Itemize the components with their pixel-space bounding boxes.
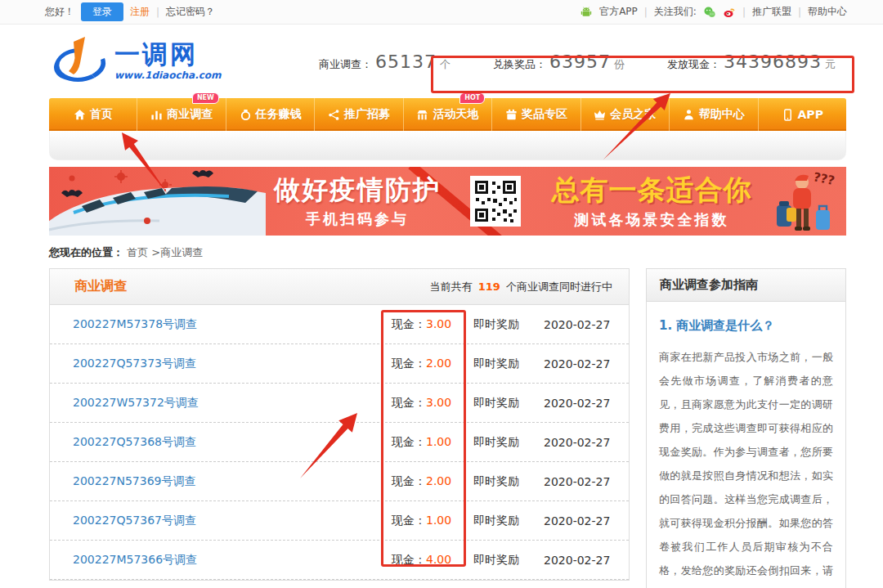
follow-us-label: 关注我们: [654, 5, 697, 19]
cash-label: 现金： [392, 553, 426, 566]
survey-list-panel: 商业调查 当前共有 119 个商业调查同时进行中 200227M57378号调查… [49, 268, 630, 581]
person-icon [683, 109, 695, 121]
survey-link[interactable]: 200227Q57373号调查 [73, 357, 392, 371]
nav-item-home[interactable]: 首页 [49, 98, 137, 131]
divider: | [644, 7, 648, 18]
logo-mark-icon [49, 35, 113, 88]
forgot-password-link[interactable]: 忘记密码？ [166, 5, 215, 19]
train-illustration [49, 167, 266, 236]
nav-item-business-survey[interactable]: NEW 商业调查 [137, 98, 225, 131]
nav-item-recruit[interactable]: 推广招募 [314, 98, 402, 131]
divider: | [156, 7, 159, 18]
wechat-icon[interactable] [703, 6, 716, 19]
stat-cash: 发放现金： 34396893 元 [667, 52, 836, 72]
cash-cell: 现金：3.00 [392, 396, 473, 411]
cash-label: 现金： [392, 474, 426, 487]
cash-cell: 现金：3.00 [392, 317, 473, 332]
reward-cell: 即时奖励 [473, 357, 544, 371]
hot-badge: HOT [459, 92, 485, 104]
banner-left-text: 做好疫情防护 手机扫码参与 [264, 173, 450, 229]
date-cell: 2020-02-27 [544, 397, 611, 410]
cash-value: 4.00 [426, 553, 451, 566]
table-row: 200227W57372号调查 现金：3.00 即时奖励 2020-02-27 [50, 384, 629, 423]
nav-item-label: 首页 [90, 107, 113, 122]
cash-value: 3.00 [426, 396, 451, 409]
logo-title: 一调网 [114, 42, 222, 67]
promo-banner[interactable]: 做好疫情防护 手机扫码参与 总有一条适合你 测试各场景安全指数 ??? [49, 167, 846, 236]
date-cell: 2020-02-27 [544, 475, 611, 488]
register-link[interactable]: 注册 [130, 5, 150, 19]
count-number: 119 [476, 281, 503, 293]
main-nav: 首页 NEW 商业调查 任务赚钱 推广招募 HOT 活动天地 奖品专区 会员之家… [49, 98, 846, 131]
stat-label: 发放现金： [667, 57, 720, 72]
logo-url: www.1diaocha.com [114, 70, 222, 81]
stat-value: 63957 [549, 52, 611, 72]
nav-item-prizes[interactable]: 奖品专区 [491, 98, 580, 131]
building-icon [416, 109, 428, 121]
survey-link[interactable]: 200227Q57367号调查 [73, 514, 392, 528]
weibo-icon[interactable] [723, 6, 736, 19]
site-stats: 商业调查： 65137 个 兑换奖品： 63957 份 发放现金： 343968… [319, 52, 836, 72]
table-row: 200227Q57373号调查 现金：2.00 即时奖励 2020-02-27 [50, 344, 629, 384]
guide-question-1[interactable]: 1. 商业调查是什么？ [659, 318, 833, 334]
cash-cell: 现金：1.00 [392, 514, 473, 528]
traveler-illustration: ??? [765, 168, 844, 235]
guide-panel-body: 1. 商业调查是什么？ 商家在把新产品投入市场之前，一般会先做市场调查，了解消费… [647, 302, 845, 588]
date-cell: 2020-02-27 [544, 318, 611, 331]
cash-label: 现金： [392, 514, 426, 527]
stat-label: 商业调查： [319, 57, 372, 72]
nav-item-label: 活动天地 [433, 107, 478, 122]
divider: | [742, 7, 746, 18]
banner-title-right: 总有一条适合你 [533, 172, 770, 209]
stat-surveys: 商业调查： 65137 个 [319, 52, 450, 72]
stat-unit: 个 [440, 57, 450, 72]
cash-label: 现金： [392, 317, 426, 330]
nav-item-members[interactable]: 会员之家 [580, 98, 669, 131]
survey-link[interactable]: 200227M57378号调查 [73, 317, 392, 332]
cash-value: 1.00 [426, 435, 451, 448]
android-icon [580, 6, 593, 19]
site-header: 一调网 www.1diaocha.com 商业调查： 65137 个 兑换奖品：… [0, 25, 883, 98]
survey-link[interactable]: 200227N57369号调查 [73, 474, 392, 489]
breadcrumb-home-link[interactable]: 首页 [127, 246, 148, 258]
nav-item-tasks[interactable]: 任务赚钱 [226, 98, 314, 131]
promo-alliance-link[interactable]: 推广联盟 [752, 5, 791, 19]
table-row: 200227Q57368号调查 现金：1.00 即时奖励 2020-02-27 [50, 423, 629, 462]
survey-link[interactable]: 200227Q57368号调查 [73, 435, 392, 450]
cash-label: 现金： [392, 357, 426, 370]
topbar-account-area: 您好！ 登录 注册 | 忘记密码？ [45, 2, 215, 21]
date-cell: 2020-02-27 [544, 554, 611, 567]
guide-panel: 商业调查参加指南 1. 商业调查是什么？ 商家在把新产品投入市场之前，一般会先做… [646, 268, 846, 588]
guide-paragraph-1: 商家在把新产品投入市场之前，一般会先做市场调查，了解消费者的意见，且商家愿意为此… [659, 345, 833, 588]
banner-subtitle-left: 手机扫码参与 [264, 209, 450, 229]
nav-item-label: APP [798, 108, 823, 121]
cash-cell: 现金：4.00 [392, 553, 473, 568]
help-center-link[interactable]: 帮助中心 [808, 5, 847, 19]
site-logo[interactable]: 一调网 www.1diaocha.com [49, 35, 222, 88]
nav-item-label: 推广招募 [344, 107, 390, 122]
breadcrumb-separator: > [151, 246, 160, 258]
crown-icon [594, 109, 606, 121]
cash-value: 2.00 [426, 357, 451, 370]
date-cell: 2020-02-27 [544, 436, 611, 449]
new-badge: NEW [192, 92, 219, 104]
nav-item-help[interactable]: 帮助中心 [669, 98, 757, 131]
coin-icon [240, 109, 252, 121]
survey-link[interactable]: 200227W57372号调查 [73, 396, 392, 411]
login-button[interactable]: 登录 [81, 2, 123, 21]
breadcrumb-current: 商业调查 [160, 246, 203, 258]
cash-value: 1.00 [426, 514, 451, 527]
survey-panel-title: 商业调查 [74, 278, 127, 295]
date-cell: 2020-02-27 [544, 357, 611, 370]
nav-item-label: 任务赚钱 [256, 107, 302, 122]
reward-cell: 即时奖励 [473, 396, 544, 411]
stat-unit: 份 [614, 57, 625, 72]
nav-item-activities[interactable]: HOT 活动天地 [403, 98, 491, 131]
home-icon [74, 109, 86, 121]
greeting-text: 您好！ [45, 5, 74, 19]
nav-item-app[interactable]: APP [758, 98, 846, 131]
main-content: 商业调查 当前共有 119 个商业调查同时进行中 200227M57378号调查… [49, 268, 846, 588]
official-app-link[interactable]: 官方APP [599, 5, 638, 19]
reward-cell: 即时奖励 [473, 514, 544, 528]
survey-link[interactable]: 200227M57366号调查 [73, 553, 392, 568]
